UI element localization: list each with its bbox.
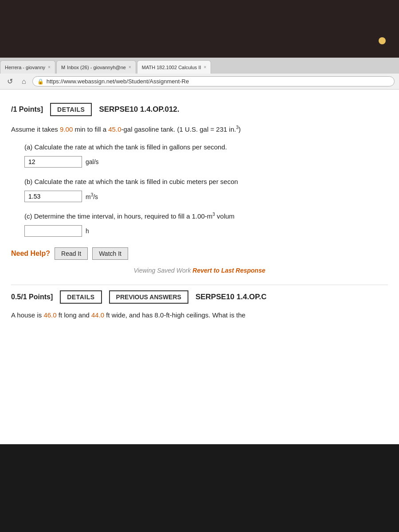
problem2-header: 0.5/1 Points] DETAILS PREVIOUS ANSWERS S… <box>11 290 388 304</box>
problem2-text3: ft wide, and has 8.0-ft-high ceilings. W… <box>104 311 246 319</box>
part-c-label: (c) Determine the time interval, in hour… <box>24 211 388 222</box>
problem1-time-unit: min to fill a <box>73 125 108 133</box>
part-c-answer-row: h <box>24 225 388 237</box>
tab-inbox-label: Inbox (26) - giovannyh@ne <box>67 65 126 70</box>
part-b-label: (b) Calculate the rate at which the tank… <box>24 176 388 187</box>
problem1-text-end: ) <box>239 125 241 133</box>
tab-math-close[interactable]: × <box>204 65 207 70</box>
problem1-text: Assume it takes 9.00 min to fill a 45.0-… <box>11 124 388 135</box>
problem2-val2: 44.0 <box>91 311 104 319</box>
problem1-text-suffix: -gal gasoline tank. (1 U.S. gal = 231 in… <box>121 125 236 133</box>
part-c-input[interactable] <box>24 225 82 237</box>
tab-herrera-close[interactable]: × <box>48 65 51 70</box>
problem1-part-c: (c) Determine the time interval, in hour… <box>24 211 388 237</box>
part-a-unit: gal/s <box>86 158 99 165</box>
top-dark-area <box>0 0 399 58</box>
url-text: https://www.webassign.net/web/Student/As… <box>47 78 189 85</box>
reload-button[interactable]: ↺ <box>4 76 16 86</box>
problem2-id: SERPSE10 1.4.OP.C <box>196 293 266 301</box>
tab-bar: Herrera - giovanny × M Inbox (26) - giov… <box>0 58 399 74</box>
tab-inbox-icon: M <box>61 65 65 70</box>
tab-inbox[interactable]: M Inbox (26) - giovannyh@ne × <box>56 60 136 74</box>
need-help-label: Need Help? <box>11 250 50 258</box>
viewing-text: Viewing Saved Work <box>134 267 193 274</box>
problem1-volume: 45.0 <box>108 125 121 133</box>
part-a-answer-row: gal/s <box>24 156 388 168</box>
problem1-prefix: Assume it takes <box>11 125 60 133</box>
part-c-unit: h <box>86 227 89 235</box>
problem2-prefix: A house is <box>11 311 43 319</box>
problem2-val1: 46.0 <box>43 311 56 319</box>
problem1-header: /1 Points] DETAILS SERPSE10 1.4.OP.012. <box>11 103 388 116</box>
watch-it-button[interactable]: Watch It <box>92 247 128 260</box>
part-a-input[interactable] <box>24 156 82 168</box>
problem1-points: /1 Points] <box>11 106 43 113</box>
tab-herrera-label: Herrera - giovanny <box>5 65 45 70</box>
lock-icon: 🔒 <box>37 78 44 85</box>
problem2-points: 0.5/1 Points] <box>11 293 53 301</box>
address-bar: ↺ ⌂ 🔒 https://www.webassign.net/web/Stud… <box>0 74 399 90</box>
revert-link[interactable]: Revert to Last Response <box>192 267 265 274</box>
part-b-input[interactable] <box>24 191 82 202</box>
tab-math[interactable]: MATH 182.1002 Calculus II × <box>137 60 211 74</box>
home-button[interactable]: ⌂ <box>19 77 29 86</box>
main-content: /1 Points] DETAILS SERPSE10 1.4.OP.012. … <box>0 90 399 444</box>
tab-math-label: MATH 182.1002 Calculus II <box>142 65 201 70</box>
part-b-answer-row: m3/s <box>24 191 388 202</box>
read-it-button[interactable]: Read It <box>55 247 88 260</box>
need-help-section: Need Help? Read It Watch It <box>11 247 388 260</box>
problem1-part-a: (a) Calculate the rate at which the tank… <box>24 142 388 168</box>
tab-herrera[interactable]: Herrera - giovanny × <box>0 60 55 74</box>
problem1-id: SERPSE10 1.4.OP.012. <box>99 105 179 114</box>
problem2-text2: ft long and <box>57 311 91 319</box>
problem1-time: 9.00 <box>60 125 73 133</box>
viewing-saved-section: Viewing Saved Work Revert to Last Respon… <box>11 267 388 274</box>
part-b-unit: m3/s <box>86 192 98 200</box>
part-a-label: (a) Calculate the rate at which the tank… <box>24 142 388 153</box>
previous-answers-button[interactable]: PREVIOUS ANSWERS <box>109 290 188 304</box>
section-divider <box>11 285 388 285</box>
problem1-details-button[interactable]: DETAILS <box>50 103 92 116</box>
problem2-details-button[interactable]: DETAILS <box>60 290 102 304</box>
url-bar[interactable]: 🔒 https://www.webassign.net/web/Student/… <box>32 76 395 86</box>
problem1-part-b: (b) Calculate the rate at which the tank… <box>24 176 388 202</box>
ambient-light <box>379 37 386 44</box>
browser-chrome: Herrera - giovanny × M Inbox (26) - giov… <box>0 58 399 90</box>
problem2-text: A house is 46.0 ft long and 44.0 ft wide… <box>11 310 388 321</box>
tab-inbox-close[interactable]: × <box>129 65 131 70</box>
